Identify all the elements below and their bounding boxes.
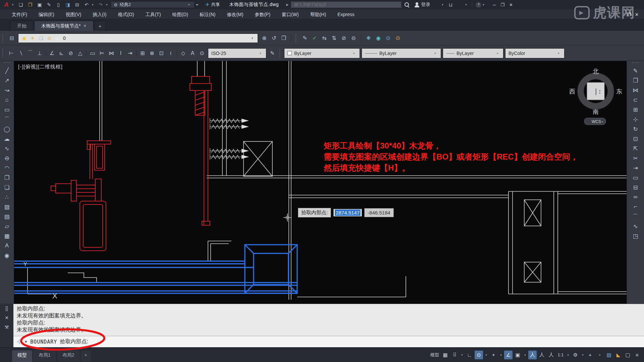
line-tool[interactable]: ╱ xyxy=(3,67,11,75)
help-icon[interactable]: ? xyxy=(476,2,481,8)
isolate-objects[interactable]: ▫ xyxy=(595,351,604,359)
layer-off[interactable]: ◉ xyxy=(374,34,383,43)
customization-monitor[interactable]: ▢ xyxy=(624,351,632,359)
diameter-dimension[interactable]: ⊘ xyxy=(66,49,75,58)
annotation-scale-sync[interactable]: 人 xyxy=(547,351,555,359)
construction-line-tool[interactable]: ↗ xyxy=(3,76,11,84)
menu-item[interactable]: 文件(F) xyxy=(6,9,33,19)
isodraft-toggle[interactable]: ⌖ xyxy=(489,351,498,359)
continue-dimension[interactable]: ⊨ xyxy=(98,49,106,58)
save-as-icon[interactable]: ✎ xyxy=(45,2,53,7)
spline-tool[interactable]: ∿ xyxy=(3,144,11,153)
menu-item[interactable]: 编辑(E) xyxy=(33,9,60,19)
doc-restore-button[interactable]: ❐ xyxy=(627,12,631,17)
circle-tool[interactable]: ◯ xyxy=(3,125,11,133)
join-tool[interactable]: ∞ xyxy=(631,193,640,201)
linetype-combo[interactable]: ——— ByLayer ▾ xyxy=(362,48,441,58)
view-compass[interactable]: |: 北 南 西 东 xyxy=(569,68,622,115)
layer-lock[interactable]: ⊙ xyxy=(384,34,392,43)
tooltip-x-input[interactable]: 2874.5147 xyxy=(333,209,362,217)
ordinate-dimension[interactable]: ⊥ xyxy=(35,49,44,58)
layer-walk[interactable]: ⇅ xyxy=(330,34,338,43)
open-file-icon[interactable]: ❐ xyxy=(26,2,34,7)
mirror-tool[interactable]: ⋈ xyxy=(631,86,640,94)
snap-dropdown[interactable]: ▾ xyxy=(460,351,464,359)
table-tool[interactable]: ▦ xyxy=(3,232,11,240)
command-panel-grip[interactable]: ⣿ xyxy=(5,306,8,311)
save-to-mobile-icon[interactable]: ▯ xyxy=(54,2,62,7)
erase-tool[interactable]: ✎ xyxy=(631,67,640,75)
osnap-toggle[interactable]: ∠ xyxy=(504,351,513,359)
annotation-visibility-toggle[interactable]: 人 xyxy=(528,351,537,359)
rotate-tool[interactable]: ↻ xyxy=(631,125,640,133)
break-tool[interactable]: ▭ xyxy=(631,174,640,182)
layout2-tab[interactable]: 布局2 xyxy=(57,350,80,362)
viewport-label[interactable]: [-][俯视][二维线框] xyxy=(18,64,63,70)
toolbar-grip[interactable] xyxy=(296,34,298,43)
redo-icon[interactable]: ↷ xyxy=(97,2,105,7)
polygon-tool[interactable]: ⌂ xyxy=(3,96,11,104)
extend-tool[interactable]: ⇥ xyxy=(631,164,640,172)
search-input[interactable] xyxy=(291,1,401,8)
model-tab[interactable]: 模型 xyxy=(12,350,32,362)
menu-item[interactable]: 帮助(H) xyxy=(305,9,332,19)
point-tool[interactable]: ∴ xyxy=(3,193,11,201)
dim-style-edit-icon[interactable]: ✎ xyxy=(268,49,277,58)
stretch-tool[interactable]: ⇱ xyxy=(631,144,640,153)
dimension-space[interactable]: ⋈ xyxy=(107,49,116,58)
grid-toggle[interactable]: ▦ xyxy=(441,351,449,359)
make-object-layer-current[interactable]: ⊕ xyxy=(260,34,269,43)
menu-item[interactable]: 参数(P) xyxy=(249,9,276,19)
save-icon[interactable]: ▣ xyxy=(36,2,44,7)
make-block-tool[interactable]: ❏ xyxy=(3,183,11,191)
arc-tool[interactable]: ⌒ xyxy=(3,115,11,123)
redo-dropdown-icon[interactable]: ▾ xyxy=(106,3,109,6)
annotation-scale-value[interactable]: 1:1 xyxy=(556,351,565,359)
command-history[interactable]: 拾取内部点:未发现有效的图案填充边界。拾取内部点:未发现有效的图案填充边界。 ⊹… xyxy=(13,304,644,347)
menu-item[interactable]: 窗口(W) xyxy=(276,9,305,19)
search-icon[interactable] xyxy=(404,2,410,7)
tab-start[interactable]: 开始 xyxy=(10,21,34,31)
new-layout-tab[interactable]: + xyxy=(81,350,91,362)
polyline-tool[interactable]: ↝ xyxy=(3,86,11,94)
autodesk-dropdown-icon[interactable]: ▾ xyxy=(465,3,469,6)
share-button[interactable]: ✈ 共享 xyxy=(205,2,220,8)
wcs-button[interactable]: WCS ▾ xyxy=(584,118,606,125)
plot-icon[interactable]: ⊟ xyxy=(73,2,81,7)
toolbar-grip[interactable] xyxy=(2,49,4,58)
layer-states[interactable]: ❐ xyxy=(279,34,288,43)
login-dropdown-icon[interactable]: ▾ xyxy=(442,3,445,6)
doc-close-button[interactable]: ✕ xyxy=(635,12,639,17)
dimension-text-edit[interactable]: A xyxy=(188,49,197,58)
app-store-cart-icon[interactable]: ⊔ xyxy=(446,2,454,7)
minimize-button[interactable]: ─ xyxy=(493,2,496,7)
graphics-performance[interactable]: ▨ xyxy=(605,351,613,359)
menu-item[interactable]: 格式(O) xyxy=(112,9,140,19)
layer-previous[interactable]: ↺ xyxy=(270,34,278,43)
jog-line[interactable]: ≀ xyxy=(166,49,175,58)
layout1-tab[interactable]: 布局1 xyxy=(33,350,56,362)
clean-screen[interactable]: ◣ xyxy=(614,351,623,359)
autocad-logo-icon[interactable]: A xyxy=(2,1,11,8)
object-color-combo[interactable]: ByLayer ▾ xyxy=(284,48,360,58)
toolbar-grip[interactable] xyxy=(632,62,639,64)
toolbar-grip[interactable] xyxy=(279,49,281,58)
model-space-toggle[interactable]: 模型 xyxy=(429,351,440,359)
center-mark[interactable]: ⊞ xyxy=(138,49,147,58)
polar-dropdown[interactable]: ▾ xyxy=(484,351,488,359)
layer-merge[interactable]: ⊝ xyxy=(349,34,358,43)
array-tool[interactable]: ⊞ xyxy=(631,106,640,114)
command-options-caret-icon[interactable]: ▼ xyxy=(24,340,28,344)
menu-item[interactable]: 标注(N) xyxy=(194,9,221,19)
ellipse-tool[interactable]: ⊖ xyxy=(3,154,11,162)
quick-dimension[interactable]: △ xyxy=(76,49,85,58)
menu-item[interactable]: 插入(I) xyxy=(87,9,112,19)
layer-match[interactable]: ✎ xyxy=(301,34,309,43)
menu-item[interactable]: 修改(M) xyxy=(221,9,249,19)
isodraft-dropdown[interactable]: ▾ xyxy=(499,351,503,359)
command-prompt-row[interactable]: ⊹ ▼ BOUNDARY 拾取内部点: xyxy=(13,336,644,347)
blend-curves-tool[interactable]: ∿ xyxy=(631,222,640,230)
tab-drawing[interactable]: 木饰面与茶镜节点* ✕ xyxy=(34,21,94,31)
gradient-tool[interactable]: ▤ xyxy=(3,213,11,221)
layer-properties-manager-button[interactable]: ⊟ xyxy=(7,34,16,43)
